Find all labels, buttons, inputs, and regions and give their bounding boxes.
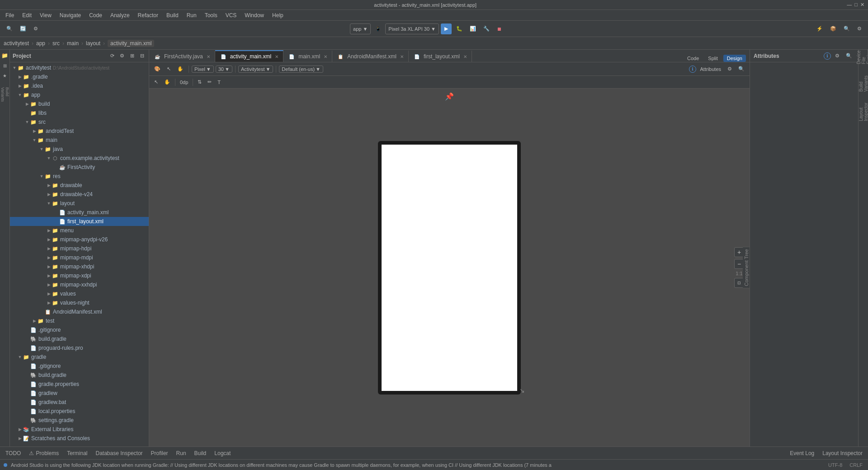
tree-item-androidmanifest[interactable]: 📋 AndroidManifest.xml <box>10 307 149 316</box>
tree-item-firstactivity[interactable]: ☕ FirstActivity <box>10 163 149 172</box>
structure-icon[interactable]: ⊞ <box>1 61 9 70</box>
design-btn-select[interactable]: ↖ <box>165 64 173 74</box>
menu-view[interactable]: View <box>36 11 55 19</box>
theme-dropdown[interactable]: Default (en-us) ▼ <box>279 66 323 73</box>
tree-item-androidtest[interactable]: ▶ 📁 androidTest <box>10 127 149 136</box>
target-device-btn[interactable]: 📱 <box>373 24 383 34</box>
tab-main-xml[interactable]: 📄 main.xml ✕ <box>283 50 332 62</box>
toolbar-search-btn[interactable]: 🔍 <box>4 24 15 34</box>
tree-item-activity-main[interactable]: 📄 activity_main.xml <box>10 208 149 217</box>
menu-edit[interactable]: Edit <box>19 11 35 19</box>
menu-code[interactable]: Code <box>85 11 106 19</box>
attributes-icon[interactable]: Attributes <box>698 64 723 74</box>
minimize-btn[interactable]: — <box>847 2 852 8</box>
padding-btn[interactable]: 0dp <box>178 77 190 87</box>
toolbar-extra4[interactable]: ⚙ <box>854 24 864 34</box>
tab-problems[interactable]: ⚠ Problems <box>25 447 62 459</box>
view-split-btn[interactable]: Split <box>704 55 721 62</box>
zoom-preset-dropdown[interactable]: Pixel ▼ <box>192 66 214 73</box>
tree-item-values[interactable]: ▶ 📁 values <box>10 289 149 298</box>
tab-run[interactable]: Run <box>173 447 190 459</box>
tab-close-main[interactable]: ✕ <box>324 54 327 59</box>
text-btn[interactable]: T <box>215 77 223 87</box>
run-button[interactable]: ▶ <box>441 24 452 34</box>
tree-item-res[interactable]: ▼ 📁 res <box>10 172 149 181</box>
breadcrumb-main[interactable]: main <box>67 40 79 47</box>
tree-item-build-gradle2[interactable]: 🐘 build.gradle <box>10 371 149 380</box>
tree-item-proguard[interactable]: 📄 proguard-rules.pro <box>10 343 149 352</box>
attributes-settings-btn[interactable]: ⚙ <box>833 51 842 61</box>
tab-build[interactable]: Build <box>191 447 210 459</box>
status-line-separator[interactable]: CRLF <box>848 460 864 470</box>
tree-item-gradle-dir[interactable]: ▼ 📁 gradle <box>10 352 149 362</box>
menu-tools[interactable]: Tools <box>201 11 221 19</box>
tree-item-external-libraries[interactable]: ▶ 📚 External Libraries <box>10 425 149 434</box>
project-icon[interactable]: 📁 <box>1 52 9 60</box>
breadcrumb-layout[interactable]: layout <box>86 40 100 47</box>
zoom-level-dropdown[interactable]: 30 ▼ <box>216 66 232 73</box>
tree-item-menu[interactable]: ▶ 📁 menu <box>10 226 149 235</box>
debug-btn[interactable]: 🐛 <box>453 24 465 34</box>
tab-close-manifest[interactable]: ✕ <box>400 54 404 59</box>
menu-help[interactable]: Help <box>269 11 287 19</box>
tree-item-mipmap-anydpi[interactable]: ▶ 📁 mipmap-anydpi-v26 <box>10 235 149 244</box>
view-design-btn[interactable]: Design <box>723 55 746 62</box>
tree-item-app[interactable]: ▼ 📁 app <box>10 90 149 99</box>
component-tree-tab[interactable]: Component Tree <box>743 247 750 288</box>
tab-firstactivity[interactable]: ☕ FirstActivity.java ✕ <box>149 50 215 62</box>
tab-close-first-layout[interactable]: ✕ <box>463 54 467 59</box>
tree-item-scratches[interactable]: ▶ 📝 Scratches and Consoles <box>10 434 149 443</box>
tree-item-local-properties[interactable]: 📄 local.properties <box>10 407 149 416</box>
layout-inspector-icon[interactable]: Layout Inspector <box>859 108 868 116</box>
tree-item-package[interactable]: ▼ ⬡ com.example.activitytest <box>10 154 149 163</box>
tree-item-libs[interactable]: 📁 libs <box>10 108 149 118</box>
menu-build[interactable]: Build <box>163 11 182 19</box>
build-variants-icon-right[interactable]: Build Variants <box>859 80 868 88</box>
tree-item-gitignore1[interactable]: 📄 .gitignore <box>10 325 149 334</box>
tab-logcat[interactable]: Logcat <box>211 447 234 459</box>
tree-item-java[interactable]: ▼ 📁 java <box>10 145 149 154</box>
maximize-btn[interactable]: □ <box>854 2 858 8</box>
menu-run[interactable]: Run <box>183 11 200 19</box>
toolbar-settings-btn[interactable]: ⚙ <box>31 24 41 34</box>
search-icon-btn[interactable]: 🔍 <box>736 64 747 74</box>
tab-event-log[interactable]: Event Log <box>786 447 818 459</box>
tree-item-settings-gradle[interactable]: 🐘 settings.gradle <box>10 416 149 425</box>
favorites-icon[interactable]: ★ <box>1 71 9 80</box>
toolbar-sync-btn[interactable]: 🔄 <box>17 24 29 34</box>
breadcrumb-app[interactable]: app <box>36 40 45 47</box>
build-variants-icon[interactable]: Build Variants <box>1 90 9 99</box>
tab-todo[interactable]: TODO <box>2 447 24 459</box>
tree-item-drawable-v24[interactable]: ▶ 📁 drawable-v24 <box>10 190 149 199</box>
info-icon[interactable]: ℹ <box>689 66 696 73</box>
tree-item-mipmap-mdpi[interactable]: ▶ 📁 mipmap-mdpi <box>10 253 149 262</box>
menu-refactor[interactable]: Refactor <box>134 11 162 19</box>
tree-item-mipmap-xdpi[interactable]: ▶ 📁 mipmap-xdpi <box>10 271 149 280</box>
breadcrumb-activitytest[interactable]: activitytest <box>4 40 29 47</box>
breadcrumb-src[interactable]: src <box>52 40 60 47</box>
tab-profiler[interactable]: Profiler <box>147 447 172 459</box>
tab-close-firstactivity[interactable]: ✕ <box>207 54 210 59</box>
tree-item-gradlew[interactable]: 📄 gradlew <box>10 389 149 398</box>
close-btn[interactable]: ✕ <box>860 2 864 8</box>
settings-icon[interactable]: ⚙ <box>725 64 734 74</box>
app-module-dropdown[interactable]: app ▼ <box>350 24 371 34</box>
tree-item-mipmap-hdpi[interactable]: ▶ 📁 mipmap-hdpi <box>10 244 149 253</box>
device-name-dropdown[interactable]: Activitytest ▼ <box>238 66 273 73</box>
tree-item-main[interactable]: ▼ 📁 main <box>10 136 149 145</box>
tab-close-activity-main[interactable]: ✕ <box>275 54 278 59</box>
menu-window[interactable]: Window <box>241 11 268 19</box>
tree-item-gradlew-bat[interactable]: 📄 gradlew.bat <box>10 398 149 407</box>
tree-item-build-gradle1[interactable]: 🐘 build.gradle <box>10 334 149 343</box>
tree-item-values-night[interactable]: ▶ 📁 values-night <box>10 298 149 307</box>
tree-item-gradle-properties[interactable]: 📄 gradle.properties <box>10 380 149 389</box>
resize-handle[interactable]: ↘ <box>519 387 525 394</box>
tab-androidmanifest[interactable]: 📋 AndroidManifest.xml ✕ <box>332 50 409 62</box>
toolbar-extra2[interactable]: 📦 <box>827 24 839 34</box>
tree-item-idea[interactable]: ▶ 📁 .idea <box>10 81 149 90</box>
status-encoding[interactable]: UTF-8 <box>826 460 844 470</box>
breadcrumb-file[interactable]: activity_main.xml <box>108 40 154 47</box>
tree-item-first-layout[interactable]: 📄 first_layout.xml <box>10 217 149 226</box>
sidebar-expand-btn[interactable]: ⊞ <box>128 52 136 60</box>
pan-mode-btn[interactable]: ✋ <box>162 77 173 87</box>
